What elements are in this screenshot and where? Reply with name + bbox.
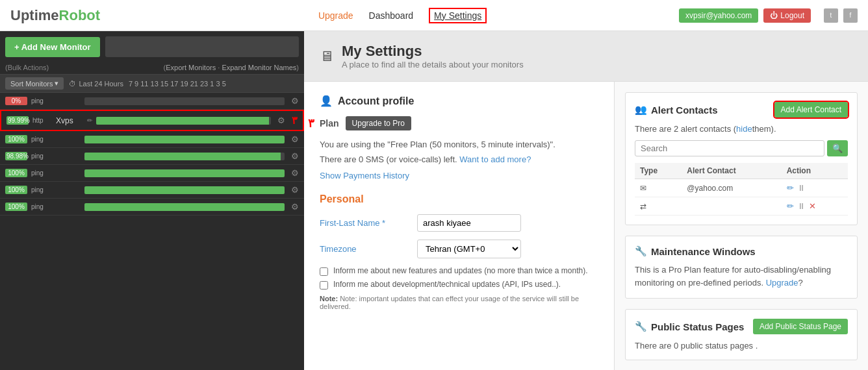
checkbox-features-row: Inform me about new features and updates…	[320, 266, 598, 276]
contact-row: ✉@yahoo.com✏⏸	[635, 179, 848, 197]
add-alert-contact-button[interactable]: Add Alert Contact	[774, 102, 848, 117]
gear-icon[interactable]: ⚙	[291, 134, 299, 144]
monitor-list: 0%ping⚙99.99%httpXvps✏⚙٣100%ping⚙98.98%p…	[0, 93, 304, 370]
progress-bar	[96, 117, 269, 125]
note-text: Note: Note: important updates that can e…	[320, 295, 598, 310]
nav-links: Upgrade Dashboard My Settings	[126, 8, 679, 23]
top-nav: UptimeRobot Upgrade Dashboard My Setting…	[0, 0, 868, 31]
sidebar-search-input[interactable]	[105, 36, 299, 57]
sidebar-controls: Sort Monitors ▾ ⏱ Last 24 Hours 7 9 11 1…	[0, 74, 304, 93]
status-badge: 100%	[5, 135, 27, 143]
add-monitor-button[interactable]: + Add New Monitor	[5, 37, 100, 57]
expand-names-link[interactable]: Expand Monitor Names	[222, 64, 296, 71]
timezone-select[interactable]: Tehran (GMT+0	[417, 240, 521, 258]
sidebar-meta: (Bulk Actions) (Export Monitors · Expand…	[0, 62, 304, 74]
contact-actions: ✏⏸	[782, 179, 848, 197]
checkbox-dev[interactable]	[320, 281, 328, 290]
contacts-search-input[interactable]	[635, 140, 824, 156]
progress-bar-wrap	[84, 203, 285, 211]
progress-bar	[84, 136, 285, 143]
upgrade-link[interactable]: Upgrade	[766, 278, 798, 288]
clock-icon: ⏱	[69, 80, 76, 88]
timezone-label: Timezone	[320, 244, 411, 254]
plan-description: You are using the "Free Plan (50 monitor…	[320, 140, 598, 149]
page-subtitle: A place to find all the details about yo…	[342, 60, 524, 69]
progress-bar	[84, 153, 281, 160]
nav-my-settings[interactable]: My Settings	[429, 8, 487, 23]
gear-icon[interactable]: ⚙	[291, 168, 299, 178]
upgrade-to-pro-button[interactable]: Upgrade to Pro	[346, 116, 411, 130]
col-contact: Alert Contact	[682, 163, 781, 179]
monitor-row[interactable]: 99.99%httpXvps✏⚙٣	[0, 110, 304, 131]
monitor-type: ping	[31, 169, 51, 177]
pause-contact-icon[interactable]: ⏸	[797, 201, 806, 211]
status-pages-widget: 🔧 Public Status Pages Add Public Status …	[625, 309, 858, 360]
progress-bar	[84, 203, 285, 211]
time-numbers: 7 9 11 13 15 17 19 21 23 1 3 5	[129, 80, 226, 88]
wrench2-icon: 🔧	[635, 321, 647, 332]
delete-contact-icon[interactable]: ✕	[809, 201, 816, 211]
nav-dashboard[interactable]: Dashboard	[369, 10, 414, 21]
twitter-icon[interactable]: t	[824, 8, 838, 23]
edit-icon[interactable]: ✏	[87, 117, 92, 124]
monitor-type: http	[32, 117, 52, 124]
monitor-row[interactable]: 0%ping⚙	[0, 93, 304, 110]
plan-label: Plan	[320, 118, 339, 129]
monitor-type: ping	[31, 153, 51, 160]
status-badge: 100%	[5, 186, 27, 194]
status-badge: 100%	[5, 203, 27, 211]
progress-bar-wrap	[84, 153, 285, 160]
account-profile-title: 👤 Account profile	[320, 95, 598, 107]
settings-header: 🖥 My Settings A place to find all the de…	[304, 31, 868, 82]
status-badge: 99.99%	[6, 116, 29, 125]
right-panel: 👥 Alert Contacts Add Alert Contact There…	[615, 82, 868, 370]
status-badge: 100%	[5, 169, 27, 177]
logout-button[interactable]: ⏻ Logout	[763, 8, 811, 23]
edit-contact-icon[interactable]: ✏	[787, 201, 794, 211]
monitor-row[interactable]: 98.98%ping⚙	[0, 148, 304, 165]
gear-icon[interactable]: ⚙	[291, 96, 299, 106]
monitor-row[interactable]: 100%ping⚙	[0, 199, 304, 216]
user-email: xvpsir@yahoo.com	[679, 8, 758, 23]
monitor-row[interactable]: 100%ping⚙	[0, 165, 304, 182]
checkbox-features[interactable]	[320, 267, 328, 276]
want-more-link[interactable]: Want to add more?	[459, 154, 531, 164]
gear-icon[interactable]: ⚙	[291, 185, 299, 195]
edit-contact-icon[interactable]: ✏	[787, 183, 794, 193]
maintenance-title: 🔧 Maintenance Windows	[635, 245, 756, 257]
timezone-row: Timezone Tehran (GMT+0	[320, 240, 598, 258]
contacts-search-button[interactable]: 🔍	[827, 140, 848, 156]
monitor-type: ping	[31, 136, 51, 143]
settings-body: 👤 Account profile ٣ Plan Upgrade to Pro …	[304, 82, 868, 370]
contacts-search-row: 🔍	[635, 140, 848, 156]
hide-contacts-link[interactable]: hide	[736, 124, 752, 134]
show-payments-link[interactable]: Show Payments History	[320, 171, 598, 180]
col-action: Action	[782, 163, 848, 179]
nav-upgrade[interactable]: Upgrade	[318, 10, 353, 21]
gear-icon[interactable]: ⚙	[277, 116, 285, 125]
status-badge: 0%	[5, 97, 27, 105]
main-layout: + Add New Monitor (Bulk Actions) (Export…	[0, 31, 868, 370]
alert-contacts-header: 👥 Alert Contacts Add Alert Contact	[635, 102, 848, 117]
contact-row: ⇄✏⏸✕	[635, 197, 848, 216]
contact-value: @yahoo.com	[682, 179, 781, 197]
gear-icon[interactable]: ⚙	[291, 202, 299, 212]
sort-monitors-button[interactable]: Sort Monitors ▾	[5, 77, 64, 90]
facebook-icon[interactable]: f	[843, 8, 858, 23]
add-public-status-page-button[interactable]: Add Public Status Page	[753, 319, 848, 334]
first-last-name-input[interactable]	[417, 214, 521, 232]
monitor-row[interactable]: 100%ping⚙	[0, 131, 304, 148]
personal-title: Personal	[320, 193, 598, 205]
contacts-info: There are 2 alert contacts (hidethem).	[635, 124, 848, 134]
contact-value	[682, 197, 781, 216]
contacts-table: Type Alert Contact Action ✉@yahoo.com✏⏸⇄…	[635, 163, 848, 216]
first-last-name-label: First-Last Name *	[320, 218, 411, 228]
progress-bar-wrap	[84, 136, 285, 143]
monitor-row[interactable]: 100%ping⚙	[0, 182, 304, 199]
page-title: My Settings	[342, 43, 524, 60]
pause-contact-icon[interactable]: ⏸	[797, 183, 806, 193]
export-monitors-link[interactable]: Export Monitors	[166, 64, 216, 71]
progress-bar	[84, 169, 285, 177]
gear-icon[interactable]: ⚙	[291, 151, 299, 161]
people-icon: 👥	[635, 104, 647, 116]
